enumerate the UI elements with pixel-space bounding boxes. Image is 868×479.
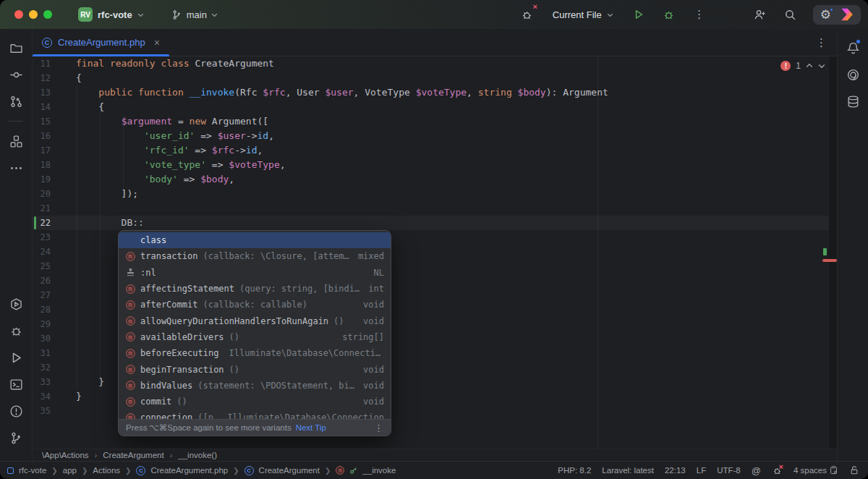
line-number[interactable]: 14 <box>33 100 76 114</box>
structure-tool-icon[interactable] <box>4 130 27 153</box>
rerun-failed-icon[interactable]: × <box>518 5 537 24</box>
version-control-tool-icon[interactable] <box>4 426 27 449</box>
stripe-change-mark[interactable] <box>823 248 827 255</box>
project-widget[interactable]: RV rfc-vote <box>72 4 150 25</box>
run-tool-icon[interactable] <box>4 346 27 369</box>
line-number[interactable]: 21 <box>33 201 76 216</box>
notifications-bell-icon[interactable] <box>841 36 864 59</box>
tab-options-kebab-icon[interactable]: ⋮ <box>816 36 827 49</box>
code-line[interactable]: { <box>76 71 829 85</box>
line-number[interactable]: 22 <box>33 216 76 230</box>
completion-item[interactable]: mavailableDrivers()string[] <box>119 329 391 345</box>
search-everywhere-icon[interactable] <box>781 5 800 24</box>
indent-widget[interactable]: 4 spaces <box>793 465 838 475</box>
git-branch-widget[interactable]: main <box>166 7 224 23</box>
completion-item[interactable]: mcommit()void <box>119 394 391 410</box>
pull-requests-tool-icon[interactable] <box>4 90 27 113</box>
breadcrumb-class[interactable]: CreateArgument <box>103 451 163 459</box>
project-tool-icon[interactable] <box>4 36 27 59</box>
more-tool-windows-icon[interactable] <box>4 156 27 179</box>
code-line[interactable]: 'user_id' => $user->id, <box>76 129 829 143</box>
completion-item[interactable]: mbindValues(statement: \PDOStatement, bi… <box>119 378 391 394</box>
line-number[interactable]: 11 <box>33 56 76 71</box>
completion-item[interactable]: mafterCommit(callback: callable)void <box>119 297 391 313</box>
code-line[interactable]: 'rfc_id' => $rfc->id, <box>76 143 829 158</box>
code-line[interactable]: DB:: <box>76 216 829 230</box>
line-number[interactable]: 15 <box>33 114 76 129</box>
close-window-button[interactable] <box>14 10 23 19</box>
code-editor[interactable]: 1112131415161718192021222324252627282930… <box>33 56 837 449</box>
line-number[interactable]: 27 <box>33 288 76 302</box>
line-number[interactable]: 17 <box>33 143 76 158</box>
zoom-window-button[interactable] <box>43 10 52 19</box>
code-line[interactable]: { <box>76 100 829 114</box>
run-button[interactable] <box>629 5 648 24</box>
composer-status-icon[interactable]: @ <box>752 466 761 475</box>
line-number[interactable]: 18 <box>33 158 76 172</box>
completion-item[interactable]: mbeforeExecuting Illuminate\Database\Con… <box>119 345 391 361</box>
commit-tool-icon[interactable] <box>4 63 27 86</box>
code-line[interactable]: 'body' => $body, <box>76 172 829 187</box>
settings-gear-icon[interactable]: ⚙ <box>820 9 831 21</box>
nav-item-file[interactable]: CreateArgument.php <box>150 466 228 475</box>
problems-tool-icon[interactable] <box>4 399 27 423</box>
editor-scrollbar[interactable] <box>829 56 837 449</box>
code-line[interactable]: public function __invoke(Rfc $rfc, User … <box>76 85 829 100</box>
composer-tool-icon[interactable] <box>841 63 864 86</box>
code-line[interactable] <box>76 201 829 216</box>
terminal-tool-icon[interactable] <box>4 373 27 396</box>
next-problem-chevron-down-icon[interactable] <box>818 63 825 69</box>
line-number[interactable]: 32 <box>33 360 76 375</box>
run-configuration-selector[interactable]: Current File <box>548 7 618 23</box>
services-tool-icon[interactable] <box>4 292 27 315</box>
nav-item-project[interactable]: rfc-vote <box>19 466 46 475</box>
line-number[interactable]: 23 <box>33 230 76 245</box>
code-line[interactable]: final readonly class CreateArgument <box>76 56 829 71</box>
nav-item-class[interactable]: CreateArgument <box>259 466 320 475</box>
line-number[interactable]: 33 <box>33 375 76 389</box>
completion-item[interactable]: maffectingStatement(query: string, [bind… <box>119 281 391 297</box>
line-number[interactable]: 35 <box>33 404 76 418</box>
completion-item[interactable]: mbeginTransaction()void <box>119 361 391 377</box>
line-number[interactable]: 31 <box>33 346 76 360</box>
line-number[interactable]: 12 <box>33 71 76 85</box>
debug-tool-icon[interactable] <box>4 319 27 342</box>
completion-options-kebab-icon[interactable]: ⋮ <box>374 423 383 433</box>
database-tool-icon[interactable] <box>841 90 864 113</box>
line-number[interactable]: 13 <box>33 85 76 100</box>
code-with-me-icon[interactable] <box>751 5 770 24</box>
minimize-window-button[interactable] <box>29 10 38 19</box>
line-ending-widget[interactable]: LF <box>697 466 706 475</box>
code-line[interactable]: $argument = new Argument([ <box>76 114 829 129</box>
php-version-widget[interactable]: PHP: 8.2 <box>558 466 591 475</box>
code-line[interactable]: ]); <box>76 187 829 201</box>
breadcrumb-namespace[interactable]: \App\Actions <box>42 451 89 459</box>
completion-item[interactable]: mallowQueryDurationHandlersToRunAgain()v… <box>119 313 391 328</box>
more-actions-kebab-icon[interactable]: ⋮ <box>690 5 709 24</box>
completion-item[interactable]: mconnection([n…Illuminate\Database\Conne… <box>119 410 391 419</box>
line-number[interactable]: 28 <box>33 302 76 317</box>
line-number[interactable]: 25 <box>33 259 76 274</box>
nav-item-app[interactable]: app <box>63 466 77 475</box>
completion-item[interactable]: :nlNL <box>119 265 391 281</box>
line-number[interactable]: 29 <box>33 317 76 331</box>
line-number[interactable]: 34 <box>33 389 76 404</box>
nav-item-method[interactable]: __invoke <box>362 466 396 475</box>
laravel-version-widget[interactable]: Laravel: latest <box>602 466 654 475</box>
tab-close-icon[interactable]: × <box>154 38 160 48</box>
tab-create-argument-php[interactable]: C CreateArgument.php × <box>33 29 169 56</box>
line-number[interactable]: 26 <box>33 274 76 288</box>
encoding-widget[interactable]: UTF-8 <box>717 466 741 475</box>
next-tip-link[interactable]: Next Tip <box>296 423 326 432</box>
phpstorm-logo-icon[interactable] <box>840 8 854 22</box>
unlocked-padlock-icon[interactable] <box>849 465 859 475</box>
line-number[interactable]: 20 <box>33 187 76 201</box>
xdebug-status-icon[interactable]: × <box>772 465 783 476</box>
breadcrumb-method[interactable]: __invoke() <box>178 451 217 459</box>
code-line[interactable]: 'vote_type' => $voteType, <box>76 158 829 172</box>
caret-position-widget[interactable]: 22:13 <box>665 466 686 475</box>
prev-problem-chevron-up-icon[interactable] <box>806 63 813 69</box>
line-number[interactable]: 30 <box>33 331 76 346</box>
stripe-error-mark[interactable] <box>822 259 837 262</box>
line-number[interactable]: 24 <box>33 245 76 259</box>
